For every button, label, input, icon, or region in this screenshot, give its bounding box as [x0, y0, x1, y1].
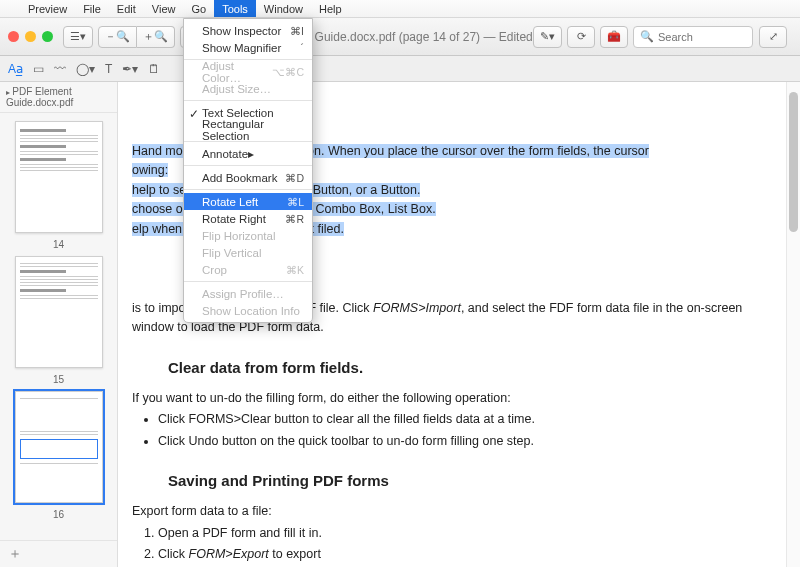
list-item: Click Undo button on the quick toolbar t… — [158, 432, 756, 451]
thumbnail-page-14[interactable] — [15, 121, 103, 233]
rotate-button[interactable]: ⟳ — [567, 26, 595, 48]
fullscreen-button[interactable]: ⤢ — [759, 26, 787, 48]
menu-item-show-magnifier[interactable]: Show Magnifier´ — [184, 39, 312, 56]
rect-select-tool-icon[interactable]: ▭ — [33, 62, 44, 76]
menu-help[interactable]: Help — [311, 0, 350, 17]
thumbnail-page-16[interactable] — [15, 391, 103, 503]
minimize-window-button[interactable] — [25, 31, 36, 42]
body-text: Export form data to a file: — [132, 502, 756, 521]
menu-view[interactable]: View — [144, 0, 184, 17]
zoom-window-button[interactable] — [42, 31, 53, 42]
scroll-thumb[interactable] — [789, 92, 798, 232]
zoom-out-button[interactable]: －🔍 — [98, 26, 137, 48]
menu-item-add-bookmark[interactable]: Add Bookmark⌘D — [184, 169, 312, 186]
page-number: 15 — [53, 374, 64, 385]
sidebar-view-button[interactable]: ☰▾ — [63, 26, 93, 48]
menu-item-rectangular-selection[interactable]: Rectangular Selection — [184, 121, 312, 138]
menu-item-adjust-color: Adjust Color…⌥⌘C — [184, 63, 312, 80]
menu-window[interactable]: Window — [256, 0, 311, 17]
sketch-tool-icon[interactable]: 〰 — [54, 62, 66, 76]
toolbar: ☰▾ －🔍 ＋🔍 ⇪ Element Guide.docx.pdf (page … — [0, 18, 800, 56]
menu-item-rotate-right[interactable]: Rotate Right⌘R — [184, 210, 312, 227]
menu-item-adjust-size: Adjust Size… — [184, 80, 312, 97]
menu-bar: Preview File Edit View Go Tools Window H… — [0, 0, 800, 18]
rotate-icon: ⟳ — [577, 30, 586, 43]
add-page-button[interactable]: ＋ — [0, 540, 117, 567]
menu-go[interactable]: Go — [183, 0, 214, 17]
menu-item-annotate[interactable]: Annotate — [184, 145, 312, 162]
sign-tool-icon[interactable]: ✒▾ — [122, 62, 138, 76]
list-item: Click FORM>Export to export — [158, 545, 756, 564]
menu-tools[interactable]: Tools — [214, 0, 256, 17]
toolbox-icon: 🧰 — [607, 30, 621, 43]
menu-edit[interactable]: Edit — [109, 0, 144, 17]
menu-file[interactable]: File — [75, 0, 109, 17]
menu-item-flip-horizontal: Flip Horizontal — [184, 227, 312, 244]
vertical-scrollbar[interactable] — [786, 82, 800, 567]
highlight-button[interactable]: ✎▾ — [533, 26, 562, 48]
menu-item-rotate-left[interactable]: Rotate Left⌘L — [184, 193, 312, 210]
search-icon: 🔍 — [640, 30, 654, 43]
markup-toolbar: Aa̲ ▭ 〰 ◯▾ T ✒▾ 🗒 A ▾ — [0, 56, 800, 82]
zoom-in-icon: ＋🔍 — [143, 29, 168, 44]
thumbnails-sidebar: PDF Element Guide.docx.pdf 14 15 16 ＋ — [0, 82, 118, 567]
body-text: If you want to un-do the filling form, d… — [132, 389, 756, 408]
menu-item-crop: Crop⌘K — [184, 261, 312, 278]
menu-item-show-inspector[interactable]: Show Inspector⌘I — [184, 22, 312, 39]
note-tool-icon[interactable]: 🗒 — [148, 62, 160, 76]
selected-text: owing: — [132, 163, 168, 177]
close-window-button[interactable] — [8, 31, 19, 42]
list-item: Open a PDF form and fill it in. — [158, 524, 756, 543]
thumbnail-list: 14 15 16 — [0, 113, 117, 540]
zoom-in-button[interactable]: ＋🔍 — [137, 26, 175, 48]
page-number: 14 — [53, 239, 64, 250]
page-number: 16 — [53, 509, 64, 520]
thumbnail-page-15[interactable] — [15, 256, 103, 368]
zoom-out-icon: －🔍 — [105, 29, 130, 44]
highlight-icon: ✎▾ — [540, 30, 555, 43]
menu-item-show-location-info: Show Location Info — [184, 302, 312, 319]
list-item: Click FORMS>Clear button to clear all th… — [158, 410, 756, 429]
window-controls — [8, 31, 53, 42]
search-field[interactable]: 🔍 — [633, 26, 753, 48]
heading-saving-printing: Saving and Printing PDF forms — [168, 469, 756, 492]
menu-preview[interactable]: Preview — [20, 0, 75, 17]
sidebar-filename[interactable]: PDF Element Guide.docx.pdf — [0, 82, 117, 113]
text-tool-icon[interactable]: T — [105, 62, 112, 76]
text-select-tool-icon[interactable]: Aa̲ — [8, 62, 23, 76]
menu-item-assign-profile: Assign Profile… — [184, 285, 312, 302]
shapes-tool-icon[interactable]: ◯▾ — [76, 62, 95, 76]
tools-dropdown-menu: Show Inspector⌘IShow Magnifier´Adjust Co… — [183, 18, 313, 323]
heading-clear-data: Clear data from form fields. — [168, 356, 756, 379]
content-area: PDF Element Guide.docx.pdf 14 15 16 ＋ Ha… — [0, 82, 800, 567]
expand-icon: ⤢ — [769, 30, 778, 43]
menu-item-flip-vertical: Flip Vertical — [184, 244, 312, 261]
markup-toolbar-button[interactable]: 🧰 — [600, 26, 628, 48]
